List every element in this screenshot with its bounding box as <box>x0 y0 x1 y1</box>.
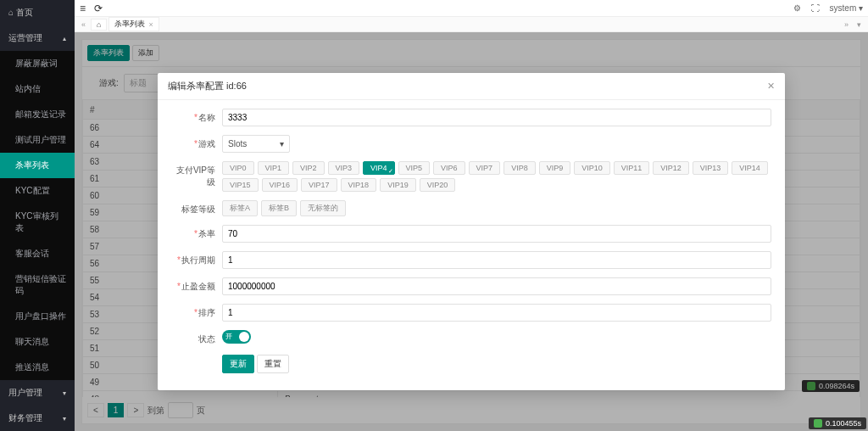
name-input[interactable] <box>222 109 771 126</box>
vip-tag[interactable]: VIP16 <box>262 178 298 192</box>
vip-tag[interactable]: VIP3 <box>328 161 360 175</box>
sidebar-item[interactable]: 客服会话 <box>0 241 75 266</box>
home-icon: ⌂ <box>97 20 101 29</box>
fullscreen-icon[interactable]: ⛶ <box>811 3 820 13</box>
refresh-icon[interactable]: ⟳ <box>94 3 103 14</box>
modal-reset-button[interactable]: 重置 <box>257 355 289 373</box>
vip-tag[interactable]: VIP11 <box>614 161 650 175</box>
vip-tag[interactable]: VIP2 <box>292 161 325 175</box>
main: ≡ ⟳ ⚙ ⛶ system ▾ « ⌂ 杀率列表 × » ▾ 杀率列表 <box>75 0 868 431</box>
home-icon: ⌂ <box>8 8 14 17</box>
vip-tag[interactable]: VIP12 <box>653 161 689 175</box>
vip-tags: VIP0VIP1VIP2VIP3VIP4VIP5VIP6VIP7VIP8VIP9… <box>222 161 771 192</box>
tab-list[interactable]: 杀率列表 × <box>108 17 159 31</box>
submit-button[interactable]: 更新 <box>222 355 254 373</box>
close-icon[interactable]: × <box>148 20 153 29</box>
sidebar: ⌂ 首页 运营管理▴屏蔽屏蔽词站内信邮箱发送记录测试用户管理杀率列表KYC配置K… <box>0 0 75 431</box>
period-input[interactable] <box>222 251 771 269</box>
sidebar-item[interactable]: 营销短信验证码 <box>0 266 75 304</box>
vip-tag[interactable]: VIP10 <box>574 161 610 175</box>
label-tag[interactable]: 标签A <box>222 200 258 216</box>
modal-title: 编辑杀率配置 id:66 <box>168 80 247 92</box>
sidebar-group[interactable]: 财务管理▾ <box>0 406 75 431</box>
sidebar-item[interactable]: 推送消息 <box>0 355 75 380</box>
sidebar-home[interactable]: ⌂ 首页 <box>0 0 75 25</box>
vip-tag[interactable]: VIP8 <box>504 161 536 175</box>
sidebar-item[interactable]: 用户盘⼝操作 <box>0 304 75 329</box>
sidebar-item[interactable]: KYC审核列表 <box>0 204 75 241</box>
tab-more-icon[interactable]: ▾ <box>854 20 865 29</box>
vip-tag[interactable]: VIP7 <box>469 161 501 175</box>
label-tags: 标签A标签B无标签的 <box>222 200 771 216</box>
game-select[interactable]: Slots▾ <box>222 135 290 153</box>
vip-tag[interactable]: VIP9 <box>539 161 571 175</box>
sidebar-item[interactable]: 站内信 <box>0 76 75 102</box>
amount-input[interactable] <box>222 277 771 295</box>
vip-tag[interactable]: VIP17 <box>301 178 337 192</box>
sidebar-group[interactable]: 用户管理▾ <box>0 380 75 406</box>
modal: 编辑杀率配置 id:66 ✕ *名称 *游戏 Slots▾ <box>158 73 785 390</box>
label-tag[interactable]: 标签B <box>261 200 297 216</box>
rate-input[interactable] <box>222 225 771 243</box>
top-toolbar: ≡ ⟳ ⚙ ⛶ system ▾ <box>75 0 868 17</box>
sort-input[interactable] <box>222 304 771 322</box>
sidebar-item[interactable]: 杀率列表 <box>0 153 75 178</box>
vip-tag[interactable]: VIP15 <box>222 178 259 192</box>
sidebar-item[interactable]: 邮箱发送记录 <box>0 102 75 127</box>
tab-home[interactable]: ⌂ <box>91 19 107 31</box>
perf-badge-2: 0.100455s <box>809 417 866 429</box>
vip-tag[interactable]: VIP5 <box>398 161 431 175</box>
vip-tag[interactable]: VIP4 <box>363 161 395 175</box>
status-switch[interactable]: 开 <box>222 330 251 344</box>
perf-icon <box>814 419 822 428</box>
label-tag[interactable]: 无标签的 <box>300 200 346 216</box>
close-icon[interactable]: ✕ <box>767 81 775 92</box>
sidebar-group[interactable]: 运营管理▴ <box>0 25 75 51</box>
sidebar-item[interactable]: 屏蔽屏蔽词 <box>0 51 75 76</box>
vip-tag[interactable]: VIP20 <box>420 178 456 192</box>
notify-icon[interactable]: ⚙ <box>793 3 801 13</box>
sidebar-item[interactable]: KYC配置 <box>0 178 75 204</box>
vip-tag[interactable]: VIP19 <box>380 178 416 192</box>
vip-tag[interactable]: VIP6 <box>433 161 465 175</box>
vip-tag[interactable]: VIP18 <box>341 178 377 192</box>
vip-tag[interactable]: VIP14 <box>732 161 768 175</box>
tab-next-icon[interactable]: » <box>841 20 852 29</box>
user-menu[interactable]: system ▾ <box>830 3 863 13</box>
tabbar: « ⌂ 杀率列表 × » ▾ <box>75 17 868 32</box>
menu-icon[interactable]: ≡ <box>80 3 86 14</box>
tab-prev-icon[interactable]: « <box>78 20 89 29</box>
vip-tag[interactable]: VIP13 <box>693 161 729 175</box>
vip-tag[interactable]: VIP1 <box>258 161 290 175</box>
sidebar-item[interactable]: 聊天消息 <box>0 329 75 355</box>
vip-tag[interactable]: VIP0 <box>222 161 254 175</box>
modal-mask[interactable]: 编辑杀率配置 id:66 ✕ *名称 *游戏 Slots▾ <box>75 32 868 431</box>
sidebar-item[interactable]: 测试用户管理 <box>0 127 75 153</box>
